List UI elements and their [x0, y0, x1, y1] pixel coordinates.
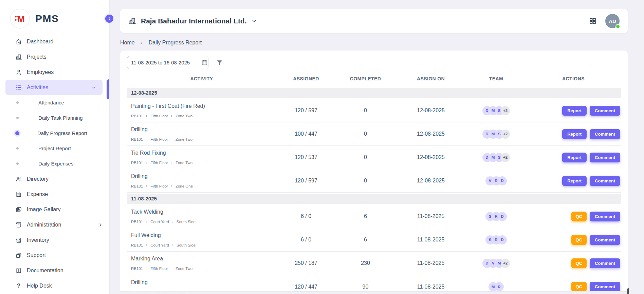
path-segment: RB101	[131, 114, 143, 118]
report-panel: ACTIVITYASSIGNEDCOMPLETEDASSIGN ONTEAMAC…	[120, 51, 628, 291]
assigned-value: 100 / 447	[276, 131, 336, 137]
actions-cell: ReportComment	[526, 176, 621, 186]
activity-name: Painting - First Coat (Fire Red)	[131, 103, 276, 109]
qc-button[interactable]: QC	[571, 235, 587, 245]
chevron-right-icon	[145, 244, 148, 247]
sidebar-item-dashboard[interactable]: Dashboard	[0, 34, 109, 49]
users-icon	[15, 176, 22, 182]
team-member-badge[interactable]: D	[498, 176, 507, 185]
sidebar-subitem-label: Daily Progress Report	[37, 130, 87, 136]
qc-button[interactable]: QC	[571, 282, 587, 291]
column-header-actions: ACTIONS	[526, 76, 621, 81]
comment-button[interactable]: Comment	[590, 106, 620, 116]
comment-button[interactable]: Comment	[590, 258, 620, 268]
table-row: DrillingRB101Fifth FloorZone Two100 / 44…	[127, 122, 621, 146]
report-button[interactable]: Report	[562, 176, 587, 186]
assigned-value: 120 / 597	[276, 178, 336, 184]
breadcrumb-home[interactable]: Home	[120, 40, 135, 46]
activity-location-path: RB101Fifth FloorZone One	[131, 184, 276, 188]
company-selector[interactable]: Raja Bahadur International Ltd.	[128, 17, 257, 25]
chevron-right-icon	[145, 161, 148, 164]
activity-location-path: RB101Fifth FloorZone Two	[131, 114, 276, 118]
bullet-icon	[15, 131, 19, 135]
sidebar-item-documentation[interactable]: Documentation	[0, 263, 109, 278]
sidebar-subitem-attendance[interactable]: Attendance	[0, 95, 109, 110]
assigned-value: 120 / 537	[276, 154, 336, 160]
report-button[interactable]: Report	[562, 129, 587, 139]
sidebar-item-activities[interactable]: Activities	[5, 80, 103, 95]
sidebar-item-support[interactable]: Support	[0, 248, 109, 263]
chevron-right-icon	[145, 185, 148, 188]
comment-button[interactable]: Comment	[590, 282, 620, 291]
calendar-icon[interactable]	[201, 59, 208, 66]
sidebar-collapse-button[interactable]: ‹	[104, 14, 114, 24]
qc-button[interactable]: QC	[571, 258, 587, 268]
team-member-badge[interactable]: D	[498, 212, 507, 221]
grid-icon[interactable]	[589, 17, 596, 25]
chevron-right-icon	[170, 291, 173, 292]
team-extra-badge[interactable]: +2	[501, 130, 510, 139]
help-icon: ?	[15, 282, 22, 289]
table-header: ACTIVITYASSIGNEDCOMPLETEDASSIGN ONTEAMAC…	[127, 69, 621, 87]
sidebar-item-employees[interactable]: Employees	[0, 64, 109, 80]
path-segment: Fifth Floor	[150, 184, 168, 188]
sidebar-subitem-label: Daily Expenses	[38, 161, 73, 166]
team-avatars: DMS+2	[466, 153, 526, 162]
user-avatar[interactable]: AD	[605, 14, 620, 28]
sidebar-subitem-label: Attendance	[38, 100, 64, 105]
comment-button[interactable]: Comment	[590, 176, 620, 186]
path-segment: RB101	[131, 243, 143, 247]
actions-cell: QCComment	[526, 258, 621, 268]
path-segment: Fifth Floor	[150, 290, 168, 292]
date-range-field[interactable]	[127, 56, 208, 69]
report-button[interactable]: Report	[562, 153, 587, 162]
path-segment: Zone Two	[176, 267, 192, 271]
column-header-assign-on: ASSIGN ON	[395, 76, 466, 81]
sidebar-subitem-daily-task-planning[interactable]: Daily Task Planning	[0, 110, 109, 125]
sidebar-item-label: Expense	[27, 191, 103, 197]
completed-value: 0	[336, 107, 395, 114]
sidebar-item-help-desk[interactable]: ?Help Desk	[0, 278, 109, 293]
assign-on-date: 11-08-2025	[395, 237, 466, 243]
sidebar-subitem-daily-progress-report[interactable]: Daily Progress Report	[0, 125, 109, 141]
team-extra-badge[interactable]: +2	[501, 153, 510, 162]
comment-button[interactable]: Comment	[590, 153, 620, 162]
activity-name: Tie Rod Fixing	[131, 150, 276, 156]
table-row: Marking AreaRB101Fifth FloorZone Two250 …	[127, 252, 621, 275]
vertical-scrollbar-thumb[interactable]	[627, 288, 629, 294]
sidebar-item-administration[interactable]: Administration	[0, 217, 109, 232]
column-header-team: TEAM	[466, 76, 526, 81]
path-segment: RB101	[131, 184, 143, 188]
completed-value: 6	[336, 237, 395, 243]
qc-button[interactable]: QC	[571, 212, 587, 221]
comment-button[interactable]: Comment	[590, 235, 620, 245]
team-member-badge[interactable]: R	[495, 282, 504, 291]
sidebar-subitem-project-report[interactable]: Project Report	[0, 141, 109, 156]
path-segment: RB101	[131, 161, 143, 165]
activity-location-path: RB101Fifth FloorZone Two	[131, 137, 276, 141]
activity-cell: Tack WeldingRB101Court YardSouth Side	[127, 205, 276, 228]
team-member-badge[interactable]: D	[498, 235, 507, 244]
table-body: 12-08-2025Painting - First Coat (Fire Re…	[127, 88, 621, 291]
path-segment: Fifth Floor	[150, 114, 168, 118]
sidebar-subitem-daily-expenses[interactable]: Daily Expenses	[0, 156, 109, 171]
team-extra-badge[interactable]: +2	[501, 106, 510, 115]
chevron-right-icon	[145, 291, 148, 292]
sidebar-item-inventory[interactable]: Inventory	[0, 232, 109, 248]
path-segment: Zone Two	[176, 137, 192, 141]
sidebar-item-projects[interactable]: Projects	[0, 49, 109, 64]
comment-button[interactable]: Comment	[590, 129, 620, 139]
activity-name: Drilling	[131, 173, 276, 179]
sidebar-item-expense[interactable]: Expense	[0, 187, 109, 202]
activity-name: Drilling	[131, 126, 276, 133]
team-extra-badge[interactable]: +2	[501, 259, 510, 268]
assign-on-date: 12-08-2025	[395, 154, 466, 160]
date-range-input[interactable]	[131, 60, 199, 65]
sidebar-item-directory[interactable]: Directory	[0, 171, 109, 187]
funnel-icon[interactable]	[216, 59, 223, 66]
assign-on-date: 11-08-2025	[395, 260, 466, 266]
sidebar-item-image-gallary[interactable]: Image Gallary	[0, 202, 109, 217]
column-header-completed: COMPLETED	[336, 76, 395, 81]
comment-button[interactable]: Comment	[590, 212, 620, 221]
report-button[interactable]: Report	[562, 106, 587, 116]
